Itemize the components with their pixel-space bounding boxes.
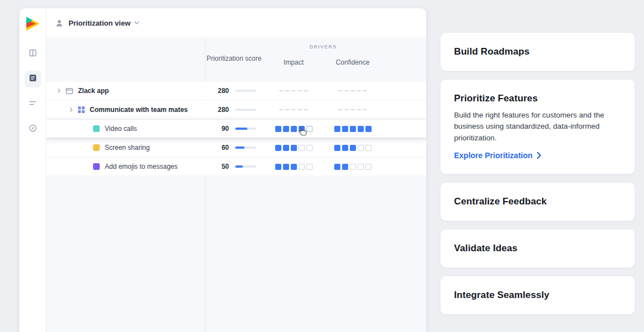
- feature-cards: Build RoadmapsPrioritize FeaturesBuild t…: [440, 32, 635, 315]
- empty-dash: [357, 109, 361, 110]
- card-title: Prioritize Features: [454, 93, 621, 104]
- rating-square[interactable]: [350, 145, 356, 151]
- expand-chevron-icon[interactable]: [56, 88, 62, 94]
- subfeatures-icon: [77, 106, 85, 114]
- rating-square[interactable]: [306, 164, 313, 170]
- app-window: Prioritization view DRIVERS Prioritizati…: [19, 8, 426, 332]
- rating-square[interactable]: [334, 145, 340, 151]
- rating-square[interactable]: [350, 164, 356, 170]
- score-bar: [235, 109, 256, 111]
- rating-square[interactable]: [342, 126, 348, 132]
- empty-dash: [350, 90, 355, 91]
- card-body: Build the right features for customers a…: [454, 110, 621, 144]
- empty-dash: [285, 90, 290, 91]
- rating-square[interactable]: [342, 164, 348, 170]
- impact-rating[interactable]: [274, 82, 313, 100]
- rating-square[interactable]: [283, 145, 289, 151]
- empty-dash: [279, 109, 284, 110]
- drivers-group-label: DRIVERS: [274, 44, 372, 50]
- rating-square[interactable]: [275, 145, 281, 151]
- rating-square[interactable]: [299, 145, 305, 151]
- rating-square[interactable]: [350, 126, 356, 132]
- sidebar: [19, 8, 46, 332]
- rating-square[interactable]: [334, 164, 340, 170]
- rating-square[interactable]: [306, 126, 313, 132]
- rating-square[interactable]: [358, 164, 364, 170]
- card-centralize-feedback[interactable]: Centralize Feedback: [440, 182, 635, 221]
- card-title: Validate Ideas: [454, 243, 621, 254]
- empty-dash: [344, 90, 349, 91]
- impact-rating[interactable]: [274, 120, 313, 138]
- prioritization-table: DRIVERS Prioritization score Impact Conf…: [46, 37, 426, 332]
- doc-icon: [28, 74, 37, 85]
- empty-dash: [338, 109, 343, 110]
- confidence-rating[interactable]: [333, 139, 372, 157]
- impact-rating[interactable]: [274, 139, 313, 157]
- rating-square[interactable]: [365, 126, 372, 132]
- sidebar-item-board[interactable]: [25, 46, 41, 62]
- score-bar: [235, 147, 256, 149]
- row-name: Video calls: [105, 125, 137, 133]
- feature-color-swatch: [93, 144, 100, 151]
- table-row[interactable]: Add emojis to messages50: [46, 158, 426, 175]
- empty-dash: [285, 109, 290, 110]
- rating-square[interactable]: [283, 164, 289, 170]
- card-prioritize-features[interactable]: Prioritize FeaturesBuild the right featu…: [440, 79, 635, 174]
- empty-dash: [304, 90, 308, 91]
- caret-down-icon[interactable]: [134, 21, 139, 25]
- empty-dash: [291, 90, 296, 91]
- card-title: Build Roadmaps: [454, 46, 621, 57]
- impact-rating[interactable]: [274, 101, 313, 119]
- table-row[interactable]: Video calls90: [46, 120, 426, 138]
- explore-prioritization-link[interactable]: Explore Prioritization: [454, 151, 541, 160]
- card-build-roadmaps[interactable]: Build Roadmaps: [440, 32, 635, 71]
- confidence-rating[interactable]: [333, 101, 372, 119]
- rating-square[interactable]: [365, 145, 372, 151]
- feature-color-swatch: [93, 163, 100, 170]
- product-icon: [65, 87, 74, 95]
- view-title[interactable]: Prioritization view: [69, 19, 130, 27]
- rating-square[interactable]: [283, 126, 289, 132]
- expand-chevron-icon[interactable]: [69, 107, 74, 113]
- rating-square[interactable]: [275, 126, 281, 132]
- sidebar-item-compass[interactable]: [25, 121, 41, 138]
- user-icon: [55, 19, 64, 27]
- score-bar: [235, 165, 256, 168]
- sidebar-item-sliders[interactable]: [25, 96, 41, 113]
- rating-square[interactable]: [365, 164, 372, 170]
- confidence-rating[interactable]: [333, 82, 372, 100]
- row-name: Add emojis to messages: [105, 163, 178, 170]
- table-row[interactable]: Screen sharing60: [46, 139, 426, 157]
- row-name: Zlack app: [78, 87, 109, 95]
- table-row[interactable]: Communicate with team mates280: [46, 101, 426, 119]
- rating-square[interactable]: [299, 164, 305, 170]
- rating-square[interactable]: [275, 164, 281, 170]
- prioritization-score: 60: [208, 139, 229, 157]
- prioritization-score: 280: [208, 101, 229, 119]
- confidence-rating[interactable]: [333, 120, 372, 138]
- rating-square[interactable]: [291, 164, 297, 170]
- card-title: Integrate Seamlessly: [454, 290, 621, 301]
- card-title: Centralize Feedback: [454, 196, 621, 207]
- feature-color-swatch: [93, 125, 100, 132]
- impact-rating[interactable]: [274, 158, 313, 175]
- card-integrate-seamlessly[interactable]: Integrate Seamlessly: [440, 276, 635, 315]
- sidebar-item-doc[interactable]: [25, 71, 41, 87]
- table-row[interactable]: Zlack app280: [46, 82, 426, 100]
- hand-cursor-icon: [299, 126, 307, 136]
- board-icon: [28, 48, 37, 60]
- column-header-confidence: Confidence: [333, 58, 372, 67]
- row-name: Communicate with team mates: [90, 106, 188, 114]
- empty-dash: [363, 90, 367, 91]
- rating-square[interactable]: [291, 126, 297, 132]
- confidence-rating[interactable]: [333, 158, 372, 175]
- rating-square[interactable]: [334, 126, 340, 132]
- rating-square[interactable]: [291, 145, 297, 151]
- rating-square[interactable]: [306, 145, 313, 151]
- productboard-logo[interactable]: [25, 16, 40, 31]
- rating-square[interactable]: [358, 126, 364, 132]
- rating-square[interactable]: [358, 145, 364, 151]
- rating-square[interactable]: [342, 145, 348, 151]
- card-validate-ideas[interactable]: Validate Ideas: [440, 229, 635, 268]
- empty-dash: [304, 109, 308, 110]
